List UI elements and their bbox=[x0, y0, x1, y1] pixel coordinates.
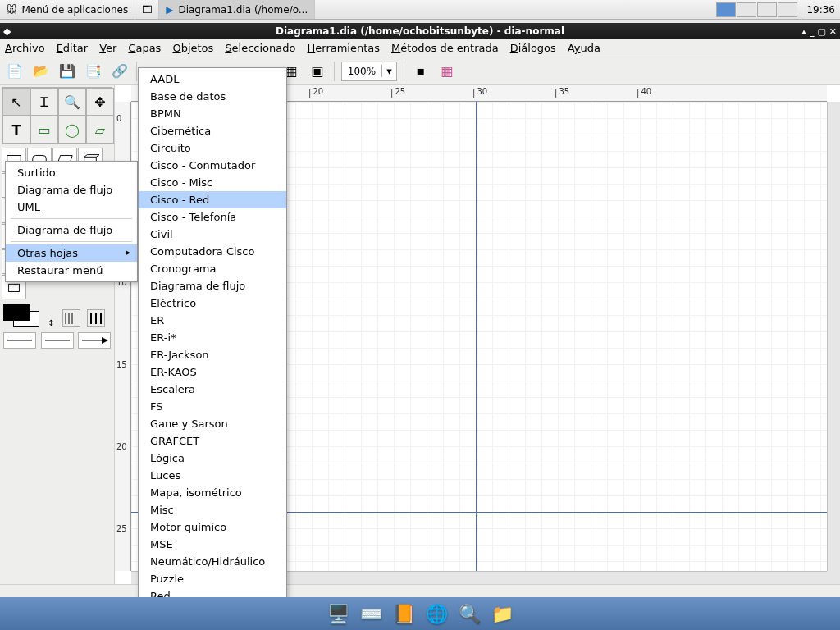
menu-seleccionado[interactable]: Seleccionado bbox=[225, 42, 295, 54]
dock-files-icon[interactable]: 📙 bbox=[390, 600, 417, 627]
workspace-pager[interactable] bbox=[716, 2, 797, 17]
submenu-item[interactable]: Cisco - Telefonía bbox=[139, 208, 286, 226]
submenu-item[interactable]: Diagrama de flujo bbox=[139, 277, 286, 294]
window-icon: ◆ bbox=[3, 25, 11, 37]
submenu-item[interactable]: Cronograma bbox=[139, 260, 286, 277]
show-desktop-button[interactable]: 🗔 bbox=[135, 0, 159, 19]
submenu-item[interactable]: Eléctrico bbox=[139, 294, 286, 312]
export-button[interactable]: 🔗 bbox=[110, 62, 130, 81]
submenu-item[interactable]: Mapa, isométrico bbox=[139, 484, 286, 501]
submenu-item[interactable]: Misc bbox=[139, 501, 286, 518]
submenu-item[interactable]: Lógica bbox=[139, 450, 286, 467]
menu-item[interactable]: UML bbox=[6, 199, 137, 216]
menu-objetos[interactable]: Objetos bbox=[172, 42, 213, 54]
minimize-button[interactable]: _ bbox=[810, 26, 815, 37]
submenu-item[interactable]: Cisco - Red bbox=[139, 191, 286, 208]
menu-item[interactable]: Surtido bbox=[6, 164, 137, 181]
submenu-item[interactable]: Civil bbox=[139, 226, 286, 243]
submenu-item[interactable]: Cisco - Conmutador bbox=[139, 157, 286, 174]
arrow-start[interactable] bbox=[3, 332, 36, 349]
text-tool[interactable]: T bbox=[2, 116, 30, 144]
menu-ayuda[interactable]: Ayuda bbox=[568, 42, 600, 54]
menu-metodos[interactable]: Métodos de entrada bbox=[391, 42, 499, 54]
submenu-item[interactable]: Circuito bbox=[139, 139, 286, 157]
main-toolbar: 📄 📂 💾 📑 🔗 ▦ ▣ ▾ ▪ ▦ bbox=[0, 57, 840, 85]
menu-item-otras-hojas[interactable]: Otras hojas bbox=[6, 244, 137, 262]
xfce-icon: 🐭 bbox=[7, 4, 17, 16]
window-title: Diagrama1.dia (/home/ochobitsunbyte) - d… bbox=[276, 25, 564, 37]
submenu-item[interactable]: Escalera bbox=[139, 381, 286, 398]
menu-item[interactable]: Diagrama de flujo bbox=[6, 221, 137, 239]
submenu-item[interactable]: ER-i* bbox=[139, 329, 286, 346]
menu-ver[interactable]: Ver bbox=[99, 42, 116, 54]
snap-toggle-button[interactable]: ▣ bbox=[308, 62, 327, 81]
line-pattern-1[interactable] bbox=[62, 309, 80, 327]
zoom-dropdown-icon[interactable]: ▾ bbox=[381, 65, 396, 77]
dock-search-icon[interactable]: 🔍 bbox=[456, 600, 482, 627]
dock-web-icon[interactable]: 🌐 bbox=[423, 600, 450, 627]
zoom-input[interactable] bbox=[342, 66, 381, 77]
scroll-tool[interactable]: ✥ bbox=[86, 88, 114, 116]
menu-editar[interactable]: Editar bbox=[57, 42, 89, 54]
submenu-item[interactable]: Gane y Sarson bbox=[139, 415, 286, 432]
titlebar[interactable]: ◆ Diagrama1.dia (/home/ochobitsunbyte) -… bbox=[0, 23, 840, 39]
menu-dialogos[interactable]: Diálogos bbox=[510, 42, 556, 54]
other-sheets-submenu: AADLBase de datosBPMNCibernéticaCircuito… bbox=[138, 67, 287, 630]
swap-colors-icon[interactable]: ↕ bbox=[48, 318, 54, 327]
close-button[interactable]: ✕ bbox=[829, 26, 837, 37]
submenu-item[interactable]: Motor químico bbox=[139, 518, 286, 536]
shade-button[interactable]: ▴ bbox=[801, 26, 806, 37]
submenu-item[interactable]: Base de datos bbox=[139, 88, 286, 105]
zoom-combo[interactable]: ▾ bbox=[341, 62, 397, 81]
submenu-item[interactable]: AADL bbox=[139, 71, 286, 88]
window-tab-label: Diagrama1.dia (/home/o... bbox=[178, 4, 308, 16]
svg-rect-11 bbox=[9, 284, 20, 291]
menu-archivo[interactable]: Archivo bbox=[5, 42, 45, 54]
submenu-item[interactable]: ER-KAOS bbox=[139, 363, 286, 381]
submenu-item[interactable]: Computadora Cisco bbox=[139, 243, 286, 260]
open-file-button[interactable]: 📂 bbox=[31, 62, 51, 81]
zoom-tool[interactable]: 🔍 bbox=[58, 88, 86, 116]
maximize-button[interactable]: ▢ bbox=[817, 26, 825, 37]
menubar: Archivo Editar Ver Capas Objetos Selecci… bbox=[0, 39, 840, 57]
dock-desktop-icon[interactable]: 🖥️ bbox=[325, 600, 351, 627]
ellipse-tool[interactable]: ◯ bbox=[58, 116, 86, 144]
color-swatch[interactable] bbox=[3, 304, 39, 327]
submenu-item[interactable]: BPMN bbox=[139, 105, 286, 122]
submenu-item[interactable]: Puzzle bbox=[139, 570, 286, 587]
window-tab[interactable]: ▶ Diagrama1.dia (/home/o... bbox=[159, 0, 315, 19]
submenu-item[interactable]: Neumático/Hidráulico bbox=[139, 553, 286, 570]
menu-item[interactable]: Diagrama de flujo bbox=[6, 181, 137, 199]
submenu-item[interactable]: GRAFCET bbox=[139, 432, 286, 450]
chip-icon[interactable]: ▦ bbox=[437, 62, 457, 81]
submenu-item[interactable]: ER-Jackson bbox=[139, 346, 286, 363]
menu-capas[interactable]: Capas bbox=[128, 42, 161, 54]
dock-terminal-icon[interactable]: ⌨️ bbox=[358, 600, 384, 627]
save-as-button[interactable]: 📑 bbox=[84, 62, 103, 81]
dock-folder-icon[interactable]: 📁 bbox=[489, 600, 515, 627]
submenu-item[interactable]: Luces bbox=[139, 467, 286, 484]
menu-herramientas[interactable]: Herramientas bbox=[307, 42, 380, 54]
dia-icon: ▶ bbox=[166, 4, 173, 16]
box-tool[interactable]: ▭ bbox=[30, 116, 58, 144]
polygon-tool[interactable]: ▱ bbox=[86, 116, 114, 144]
text-cursor-tool[interactable]: Ꮖ bbox=[30, 88, 58, 116]
scroll-corner bbox=[827, 571, 840, 584]
submenu-item[interactable]: Cibernética bbox=[139, 122, 286, 139]
apps-menu-button[interactable]: 🐭 Menú de aplicaciones bbox=[0, 0, 135, 19]
vertical-scrollbar[interactable] bbox=[827, 102, 840, 571]
pointer-tool[interactable]: ↖ bbox=[2, 88, 30, 116]
line-pattern-2[interactable] bbox=[87, 309, 105, 327]
new-file-button[interactable]: 📄 bbox=[5, 62, 25, 81]
save-button[interactable]: 💾 bbox=[57, 62, 77, 81]
submenu-item[interactable]: Cisco - Misc bbox=[139, 174, 286, 191]
sheets-context-menu: Surtido Diagrama de flujo UML Diagrama d… bbox=[5, 161, 138, 282]
clock: 19:36 bbox=[801, 0, 840, 19]
arrow-end[interactable] bbox=[78, 332, 111, 349]
line-style[interactable] bbox=[41, 332, 74, 349]
submenu-item[interactable]: FS bbox=[139, 398, 286, 415]
menu-item[interactable]: Restaurar menú bbox=[6, 262, 137, 279]
submenu-item[interactable]: ER bbox=[139, 312, 286, 329]
submenu-item[interactable]: MSE bbox=[139, 536, 286, 553]
snap-object-button[interactable]: ▪ bbox=[411, 62, 431, 81]
